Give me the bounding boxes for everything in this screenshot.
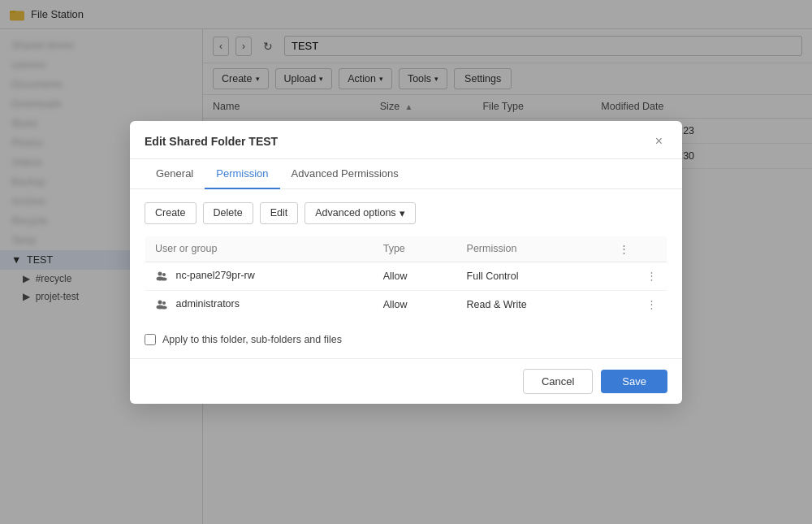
svg-point-10 [158, 300, 162, 304]
perm-create-button[interactable]: Create [145, 202, 197, 224]
modal-title: Edit Shared Folder TEST [145, 135, 278, 148]
perm-type-cell: Allow [374, 262, 457, 290]
apply-checkbox[interactable] [145, 334, 156, 345]
modal-overlay: Edit Shared Folder TEST × General Permis… [0, 0, 812, 524]
perm-edit-button[interactable]: Edit [260, 202, 299, 224]
tab-permission[interactable]: Permission [205, 159, 279, 189]
perm-perm-cell: Read & Write [457, 290, 609, 318]
apply-checkbox-label: Apply to this folder, sub-folders and fi… [162, 334, 342, 345]
perm-col-user: User or group [145, 236, 374, 262]
save-button[interactable]: Save [601, 370, 667, 393]
perm-delete-button[interactable]: Delete [203, 202, 253, 224]
edit-shared-folder-modal: Edit Shared Folder TEST × General Permis… [130, 121, 682, 404]
perm-user-cell: administrators [145, 290, 374, 318]
permission-row[interactable]: administrators Allow Read & Write ⋮ [145, 290, 667, 318]
cancel-button[interactable]: Cancel [523, 369, 593, 394]
modal-body: Create Delete Edit Advanced options ▾ Us… [130, 189, 682, 358]
svg-point-8 [162, 273, 166, 276]
perm-perm-cell: Full Control [457, 262, 609, 290]
modal-footer: Cancel Save [130, 358, 682, 404]
tab-general[interactable]: General [145, 159, 205, 189]
perm-advanced-options-button[interactable]: Advanced options ▾ [304, 202, 415, 224]
modal-tabs: General Permission Advanced Permissions [130, 159, 682, 189]
svg-point-13 [162, 305, 167, 309]
user-icon [155, 298, 168, 311]
permission-toolbar: Create Delete Edit Advanced options ▾ [145, 202, 667, 224]
tab-advanced-permissions[interactable]: Advanced Permissions [280, 159, 410, 189]
permission-row[interactable]: nc-panel279pr-rw Allow Full Control ⋮ [145, 262, 667, 290]
modal-close-button[interactable]: × [650, 132, 667, 150]
perm-col-permission: Permission [457, 236, 609, 262]
perm-type-cell: Allow [374, 290, 457, 318]
perm-col-actions: ⋮ [609, 236, 667, 262]
perm-dots-cell[interactable]: ⋮ [609, 262, 667, 290]
checkbox-row: Apply to this folder, sub-folders and fi… [145, 334, 667, 345]
perm-col-type: Type [374, 236, 457, 262]
perm-user-cell: nc-panel279pr-rw [145, 262, 374, 290]
modal-header: Edit Shared Folder TEST × [130, 121, 682, 159]
user-icon [155, 270, 168, 283]
permission-table: User or group Type Permission ⋮ [145, 236, 667, 319]
svg-point-6 [158, 271, 162, 275]
svg-point-9 [162, 277, 167, 280]
advanced-options-caret: ▾ [400, 207, 405, 219]
perm-dots-cell[interactable]: ⋮ [609, 290, 667, 318]
svg-point-12 [162, 301, 166, 305]
